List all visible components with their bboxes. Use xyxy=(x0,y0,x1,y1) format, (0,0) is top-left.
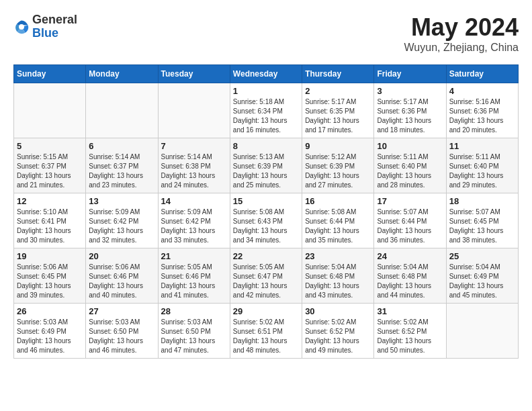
calendar-week-3: 12Sunrise: 5:10 AM Sunset: 6:41 PM Dayli… xyxy=(14,193,519,248)
calendar-cell: 16Sunrise: 5:08 AM Sunset: 6:44 PM Dayli… xyxy=(302,193,374,248)
calendar-cell: 29Sunrise: 5:02 AM Sunset: 6:51 PM Dayli… xyxy=(230,304,302,359)
day-info: Sunrise: 5:09 AM Sunset: 6:42 PM Dayligh… xyxy=(89,208,154,245)
subtitle: Wuyun, Zhejiang, China xyxy=(404,42,519,54)
day-number: 19 xyxy=(17,251,83,261)
calendar-week-4: 19Sunrise: 5:06 AM Sunset: 6:45 PM Dayli… xyxy=(14,248,519,304)
calendar-cell: 24Sunrise: 5:04 AM Sunset: 6:48 PM Dayli… xyxy=(374,248,446,304)
calendar-cell: 26Sunrise: 5:03 AM Sunset: 6:49 PM Dayli… xyxy=(14,304,86,359)
day-number: 20 xyxy=(89,251,154,261)
calendar-cell: 23Sunrise: 5:04 AM Sunset: 6:48 PM Dayli… xyxy=(302,248,374,304)
day-number: 16 xyxy=(305,196,371,206)
day-info: Sunrise: 5:09 AM Sunset: 6:42 PM Dayligh… xyxy=(161,208,227,245)
day-info: Sunrise: 5:05 AM Sunset: 6:47 PM Dayligh… xyxy=(233,263,299,300)
calendar-cell: 8Sunrise: 5:13 AM Sunset: 6:39 PM Daylig… xyxy=(230,138,302,193)
logo-icon xyxy=(13,19,30,35)
calendar-cell: 6Sunrise: 5:14 AM Sunset: 6:37 PM Daylig… xyxy=(86,138,158,193)
day-number: 2 xyxy=(305,86,371,96)
calendar-cell: 9Sunrise: 5:12 AM Sunset: 6:39 PM Daylig… xyxy=(302,138,374,193)
day-number: 5 xyxy=(17,141,83,151)
day-info: Sunrise: 5:17 AM Sunset: 6:36 PM Dayligh… xyxy=(377,97,443,135)
day-number: 21 xyxy=(161,251,227,261)
day-number: 12 xyxy=(17,196,83,206)
calendar-cell xyxy=(86,83,158,138)
day-info: Sunrise: 5:04 AM Sunset: 6:49 PM Dayligh… xyxy=(449,263,515,300)
calendar-cell: 31Sunrise: 5:02 AM Sunset: 6:52 PM Dayli… xyxy=(374,304,446,359)
day-number: 1 xyxy=(233,86,299,96)
header-day-wednesday: Wednesday xyxy=(230,65,302,83)
day-info: Sunrise: 5:03 AM Sunset: 6:49 PM Dayligh… xyxy=(17,318,83,355)
header-day-tuesday: Tuesday xyxy=(158,65,230,83)
logo-blue-text: Blue xyxy=(32,26,58,40)
day-info: Sunrise: 5:03 AM Sunset: 6:50 PM Dayligh… xyxy=(89,318,154,355)
calendar-cell: 28Sunrise: 5:03 AM Sunset: 6:50 PM Dayli… xyxy=(158,304,230,359)
day-number: 8 xyxy=(233,141,299,151)
day-number: 6 xyxy=(89,141,154,151)
calendar-cell: 27Sunrise: 5:03 AM Sunset: 6:50 PM Dayli… xyxy=(86,304,158,359)
day-number: 29 xyxy=(233,306,299,316)
calendar-cell: 4Sunrise: 5:16 AM Sunset: 6:36 PM Daylig… xyxy=(446,83,518,138)
day-number: 13 xyxy=(89,196,154,206)
day-info: Sunrise: 5:12 AM Sunset: 6:39 PM Dayligh… xyxy=(305,152,371,190)
calendar-header: SundayMondayTuesdayWednesdayThursdayFrid… xyxy=(14,65,519,83)
header-day-thursday: Thursday xyxy=(302,65,374,83)
day-info: Sunrise: 5:02 AM Sunset: 6:52 PM Dayligh… xyxy=(305,318,371,355)
day-info: Sunrise: 5:11 AM Sunset: 6:40 PM Dayligh… xyxy=(449,152,515,190)
day-info: Sunrise: 5:02 AM Sunset: 6:52 PM Dayligh… xyxy=(377,318,443,355)
day-info: Sunrise: 5:04 AM Sunset: 6:48 PM Dayligh… xyxy=(377,263,443,300)
calendar-cell: 3Sunrise: 5:17 AM Sunset: 6:36 PM Daylig… xyxy=(374,83,446,138)
logo: General Blue xyxy=(13,13,77,40)
calendar-cell: 12Sunrise: 5:10 AM Sunset: 6:41 PM Dayli… xyxy=(14,193,86,248)
calendar-cell: 5Sunrise: 5:15 AM Sunset: 6:37 PM Daylig… xyxy=(14,138,86,193)
svg-point-0 xyxy=(19,24,24,30)
day-info: Sunrise: 5:07 AM Sunset: 6:45 PM Dayligh… xyxy=(449,208,515,245)
day-number: 30 xyxy=(305,306,371,316)
calendar-cell: 10Sunrise: 5:11 AM Sunset: 6:40 PM Dayli… xyxy=(374,138,446,193)
day-info: Sunrise: 5:04 AM Sunset: 6:48 PM Dayligh… xyxy=(305,263,371,300)
calendar-cell: 22Sunrise: 5:05 AM Sunset: 6:47 PM Dayli… xyxy=(230,248,302,304)
calendar-cell: 15Sunrise: 5:08 AM Sunset: 6:43 PM Dayli… xyxy=(230,193,302,248)
day-info: Sunrise: 5:15 AM Sunset: 6:37 PM Dayligh… xyxy=(17,152,83,190)
calendar-cell: 18Sunrise: 5:07 AM Sunset: 6:45 PM Dayli… xyxy=(446,193,518,248)
day-info: Sunrise: 5:17 AM Sunset: 6:35 PM Dayligh… xyxy=(305,97,371,135)
day-number: 23 xyxy=(305,251,371,261)
title-block: May 2024 Wuyun, Zhejiang, China xyxy=(404,13,519,54)
calendar-cell: 20Sunrise: 5:06 AM Sunset: 6:46 PM Dayli… xyxy=(86,248,158,304)
calendar-cell: 19Sunrise: 5:06 AM Sunset: 6:45 PM Dayli… xyxy=(14,248,86,304)
calendar-week-2: 5Sunrise: 5:15 AM Sunset: 6:37 PM Daylig… xyxy=(14,138,519,193)
day-number: 4 xyxy=(449,86,515,96)
header-day-saturday: Saturday xyxy=(446,65,518,83)
day-number: 17 xyxy=(377,196,443,206)
day-number: 7 xyxy=(161,141,227,151)
header-day-monday: Monday xyxy=(86,65,158,83)
header-day-friday: Friday xyxy=(374,65,446,83)
day-number: 3 xyxy=(377,86,443,96)
calendar-cell: 2Sunrise: 5:17 AM Sunset: 6:35 PM Daylig… xyxy=(302,83,374,138)
calendar-cell xyxy=(158,83,230,138)
day-number: 25 xyxy=(449,251,515,261)
calendar-cell: 21Sunrise: 5:05 AM Sunset: 6:46 PM Dayli… xyxy=(158,248,230,304)
calendar-cell: 25Sunrise: 5:04 AM Sunset: 6:49 PM Dayli… xyxy=(446,248,518,304)
day-info: Sunrise: 5:05 AM Sunset: 6:46 PM Dayligh… xyxy=(161,263,227,300)
day-number: 28 xyxy=(161,306,227,316)
day-info: Sunrise: 5:11 AM Sunset: 6:40 PM Dayligh… xyxy=(377,152,443,190)
calendar-body: 1Sunrise: 5:18 AM Sunset: 6:34 PM Daylig… xyxy=(14,83,519,359)
day-number: 10 xyxy=(377,141,443,151)
day-number: 18 xyxy=(449,196,515,206)
day-info: Sunrise: 5:14 AM Sunset: 6:37 PM Dayligh… xyxy=(89,152,154,190)
day-info: Sunrise: 5:14 AM Sunset: 6:38 PM Dayligh… xyxy=(161,152,227,190)
day-info: Sunrise: 5:08 AM Sunset: 6:44 PM Dayligh… xyxy=(305,208,371,245)
calendar-cell: 30Sunrise: 5:02 AM Sunset: 6:52 PM Dayli… xyxy=(302,304,374,359)
header-day-sunday: Sunday xyxy=(14,65,86,83)
day-number: 26 xyxy=(17,306,83,316)
day-info: Sunrise: 5:06 AM Sunset: 6:45 PM Dayligh… xyxy=(17,263,83,300)
page-header: General Blue May 2024 Wuyun, Zhejiang, C… xyxy=(13,13,519,54)
calendar-week-5: 26Sunrise: 5:03 AM Sunset: 6:49 PM Dayli… xyxy=(14,304,519,359)
day-number: 9 xyxy=(305,141,371,151)
day-info: Sunrise: 5:16 AM Sunset: 6:36 PM Dayligh… xyxy=(449,97,515,135)
day-info: Sunrise: 5:07 AM Sunset: 6:44 PM Dayligh… xyxy=(377,208,443,245)
day-number: 31 xyxy=(377,306,443,316)
calendar-cell: 11Sunrise: 5:11 AM Sunset: 6:40 PM Dayli… xyxy=(446,138,518,193)
logo-general-text: General xyxy=(32,13,77,26)
calendar-cell: 14Sunrise: 5:09 AM Sunset: 6:42 PM Dayli… xyxy=(158,193,230,248)
day-number: 15 xyxy=(233,196,299,206)
